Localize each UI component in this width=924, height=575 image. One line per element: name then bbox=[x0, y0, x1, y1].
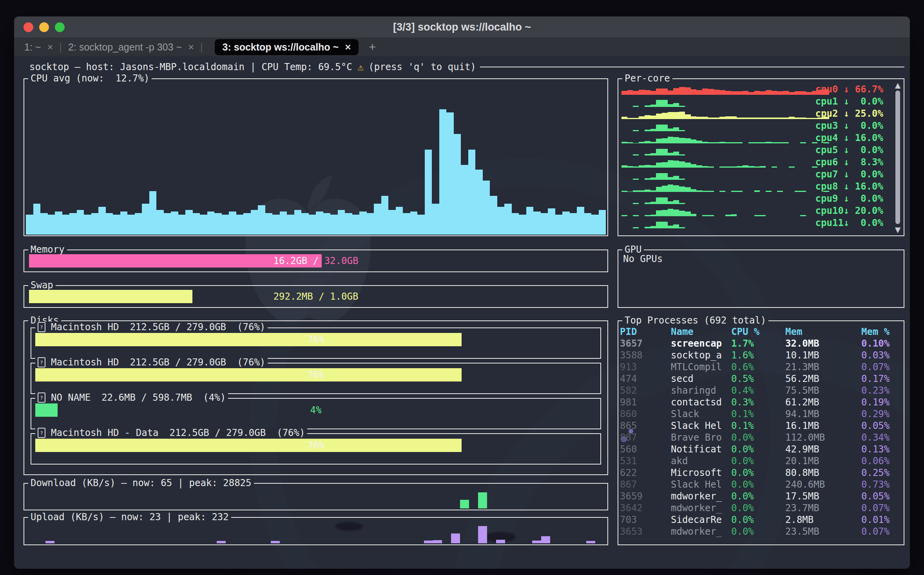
tab-3-active[interactable]: 3: socktop ws://localho ~ × bbox=[215, 39, 359, 55]
process-pid: 3659 bbox=[620, 490, 671, 502]
chart-bar bbox=[217, 541, 226, 543]
process-pid: 3588 bbox=[620, 349, 671, 361]
scrollbar-thumb[interactable] bbox=[895, 90, 900, 224]
disk-missing-glyph-icon: ? bbox=[38, 428, 45, 438]
chart-bar bbox=[645, 178, 650, 180]
process-mpct: 0.05% bbox=[861, 490, 901, 502]
chart-bar bbox=[497, 207, 505, 235]
process-row[interactable]: 622Microsoft0.0%80.8MB0.25% bbox=[620, 467, 901, 479]
chart-bar bbox=[69, 213, 77, 235]
process-row[interactable]: 3659mdworker_0.0%17.5MB0.05% bbox=[620, 490, 901, 502]
chart-bar bbox=[673, 103, 679, 107]
process-row[interactable]: 582sharingd0.4%75.5MB0.23% bbox=[620, 385, 901, 396]
chart-bar bbox=[679, 154, 685, 156]
chart-bar bbox=[451, 533, 460, 543]
zoom-window-button[interactable] bbox=[55, 22, 65, 32]
process-row[interactable]: 887Brave Bro0.0%112.0MB0.34% bbox=[620, 432, 901, 443]
process-row[interactable]: 3653mdworker_0.0%23.5MB0.07% bbox=[620, 526, 901, 537]
process-row[interactable]: 913MTLCompil0.6%21.3MB0.07% bbox=[620, 361, 901, 373]
process-mpct: 0.13% bbox=[861, 443, 901, 455]
process-name: MTLCompil bbox=[671, 361, 731, 373]
process-row[interactable]: 560Notificat0.0%42.9MB0.13% bbox=[620, 443, 901, 455]
chart-bar bbox=[496, 540, 505, 543]
chart-bar bbox=[548, 208, 555, 235]
terminal-window: [3/3] socktop ws://localho ~ 1: ~ × | 2:… bbox=[14, 16, 910, 569]
chart-bar bbox=[795, 118, 801, 119]
desktop-background: [3/3] socktop ws://localho ~ 1: ~ × | 2:… bbox=[0, 0, 924, 575]
process-row[interactable]: 860Slack0.1%94.1MB0.29% bbox=[620, 408, 901, 420]
chart-bar bbox=[743, 165, 748, 168]
chart-bar bbox=[633, 91, 639, 95]
cpu2-label: cpu2 ↓ 25.0% bbox=[815, 108, 883, 119]
chart-bar bbox=[719, 191, 725, 192]
tab-1[interactable]: 1: ~ × bbox=[24, 41, 53, 53]
process-name: mdworker_ bbox=[671, 526, 731, 537]
process-pid: 3657 bbox=[620, 338, 671, 349]
cpu0-label: cpu0 ↓ 66.7% bbox=[815, 84, 883, 95]
process-mpct: 0.10% bbox=[861, 338, 901, 349]
chart-bar bbox=[766, 191, 772, 192]
memory-meter: 16.2GB / 32.0GB bbox=[29, 254, 603, 268]
process-mem: 94.1MB bbox=[785, 408, 861, 420]
process-row[interactable]: 981contactsd0.3%61.2MB0.19% bbox=[620, 396, 901, 408]
chart-bar bbox=[650, 91, 656, 95]
process-row[interactable]: 3657screencap1.7%32.0MB0.10% bbox=[620, 338, 901, 349]
quit-hint: (press 'q' to quit) bbox=[368, 61, 476, 72]
close-window-button[interactable] bbox=[24, 22, 33, 32]
window-titlebar[interactable]: [3/3] socktop ws://localho ~ bbox=[14, 16, 910, 38]
disk-usage: 22.6MB / 598.7MB bbox=[101, 392, 192, 403]
chart-bar bbox=[748, 166, 754, 168]
chart-bar bbox=[650, 226, 656, 228]
process-mpct: 0.07% bbox=[861, 361, 901, 373]
process-row[interactable]: 3588socktop_a1.6%10.1MB0.03% bbox=[620, 349, 901, 361]
chart-bar bbox=[650, 190, 656, 192]
chart-bar bbox=[55, 212, 62, 235]
process-mem: 2.8MB bbox=[785, 514, 861, 526]
process-rows: 3657screencap1.7%32.0MB0.10%3588socktop_… bbox=[620, 338, 901, 537]
scroll-down-icon[interactable]: ▼ bbox=[895, 225, 901, 234]
chart-bar bbox=[271, 541, 280, 543]
cpu-avg-panel: CPU avg (now: 12.7%) bbox=[24, 78, 608, 236]
terminal-content[interactable]: socktop — host: Jasons-MBP.localdomain |… bbox=[14, 56, 910, 569]
tab-3-close-icon[interactable]: × bbox=[345, 41, 351, 53]
col-mem-header: Mem bbox=[785, 326, 861, 338]
process-pid: 560 bbox=[620, 443, 671, 455]
scroll-up-icon[interactable]: ▲ bbox=[895, 81, 901, 89]
chart-bar bbox=[135, 213, 142, 235]
cpu2-sparkline bbox=[621, 108, 829, 119]
chart-bar bbox=[650, 165, 656, 168]
minimize-window-button[interactable] bbox=[39, 22, 49, 32]
chart-bar bbox=[381, 196, 389, 235]
process-row[interactable]: 3642mdworker_0.0%23.7MB0.07% bbox=[620, 502, 901, 514]
chart-bar bbox=[748, 92, 754, 95]
chart-bar bbox=[388, 210, 396, 235]
chart-bar bbox=[650, 116, 656, 119]
chart-bar bbox=[258, 205, 265, 235]
tab-2[interactable]: 2: socktop_agent -p 303 ~ × bbox=[68, 41, 194, 53]
process-mem: 240.6MB bbox=[785, 479, 861, 490]
cpu10-label: cpu10↓ 20.0% bbox=[815, 205, 883, 216]
tab-2-close-icon[interactable]: × bbox=[188, 41, 194, 53]
percore-row-cpu3: cpu3 ↓ 0.0% bbox=[620, 119, 902, 132]
process-row[interactable]: 703SidecarRe0.0%2.8MB0.01% bbox=[620, 514, 901, 526]
process-name: socktop_a bbox=[671, 349, 731, 361]
process-row[interactable]: 531akd0.0%20.1MB0.06% bbox=[620, 455, 901, 467]
chart-bar bbox=[294, 210, 302, 235]
percore-scrollbar[interactable]: ▲ ▼ bbox=[894, 81, 901, 234]
process-row[interactable]: 474secd0.5%56.2MB0.17% bbox=[620, 373, 901, 385]
process-row[interactable]: 867Slack Hel0.0%240.6MB0.73% bbox=[620, 479, 901, 490]
process-row[interactable]: 865Slack Hel0.1%16.1MB0.05% bbox=[620, 420, 901, 432]
process-cpu: 0.3% bbox=[731, 396, 785, 408]
chart-bar bbox=[731, 191, 737, 192]
process-mpct: 0.23% bbox=[861, 385, 901, 396]
chart-bar bbox=[696, 165, 702, 168]
chart-bar bbox=[478, 492, 487, 508]
tab-1-close-icon[interactable]: × bbox=[47, 41, 53, 53]
chart-bar bbox=[760, 118, 766, 119]
chart-bar bbox=[555, 215, 563, 235]
new-tab-button[interactable]: + bbox=[369, 40, 376, 54]
chart-bar bbox=[708, 191, 714, 192]
process-name: Slack Hel bbox=[671, 479, 731, 490]
chart-bar bbox=[627, 142, 633, 143]
chart-bar bbox=[766, 90, 772, 95]
